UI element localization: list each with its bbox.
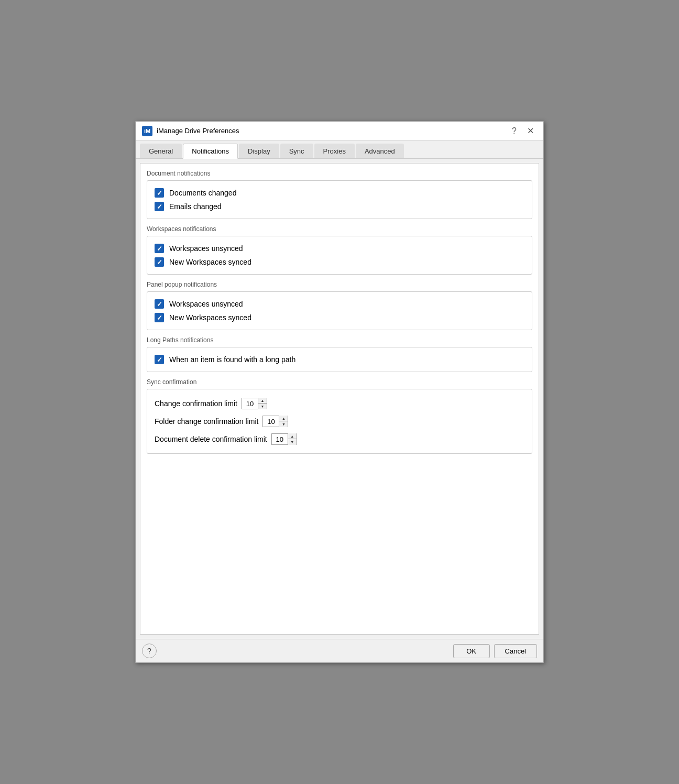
change-limit-arrows: ▲ ▼	[258, 398, 267, 409]
emails-changed-label: Emails changed	[169, 202, 222, 211]
emails-changed-checkbox[interactable]	[155, 202, 164, 211]
sync-confirmation-label: Sync confirmation	[147, 378, 532, 386]
tab-general[interactable]: General	[140, 144, 182, 158]
ws-unsynced-label: Workspaces unsynced	[169, 244, 243, 253]
delete-limit-input[interactable]	[272, 434, 288, 444]
list-item: Workspaces unsynced	[155, 242, 524, 255]
delete-limit-label: Document delete confirmation limit	[155, 435, 267, 443]
folder-limit-spinbox[interactable]: ▲ ▼	[262, 416, 288, 427]
folder-limit-input[interactable]	[263, 416, 279, 427]
sync-confirmation-box: Change confirmation limit ▲ ▼ Folder cha…	[147, 389, 532, 454]
long-paths-notifications-label: Long Paths notifications	[147, 336, 532, 344]
tab-display[interactable]: Display	[239, 144, 279, 158]
panel-ws-unsynced-checkbox[interactable]	[155, 299, 164, 309]
footer-help-button[interactable]: ?	[142, 644, 157, 658]
docs-changed-label: Documents changed	[169, 189, 236, 197]
long-path-checkbox[interactable]	[155, 355, 164, 364]
cancel-button[interactable]: Cancel	[494, 644, 537, 658]
change-limit-up[interactable]: ▲	[258, 398, 267, 404]
folder-limit-label: Folder change confirmation limit	[155, 417, 258, 426]
tab-proxies[interactable]: Proxies	[314, 144, 355, 158]
folder-limit-up[interactable]: ▲	[279, 416, 288, 421]
footer-buttons: OK Cancel	[453, 644, 537, 658]
list-item: Emails changed	[155, 200, 524, 213]
change-limit-spinbox[interactable]: ▲ ▼	[242, 398, 267, 409]
app-icon: iM	[142, 126, 152, 136]
folder-limit-arrows: ▲ ▼	[279, 416, 288, 427]
delete-limit-down[interactable]: ▼	[288, 439, 297, 445]
titlebar: iM iManage Drive Preferences ? ✕	[136, 122, 543, 140]
list-item: Folder change confirmation limit ▲ ▼	[155, 412, 524, 430]
change-limit-down[interactable]: ▼	[258, 404, 267, 409]
change-limit-input[interactable]	[242, 398, 258, 409]
tab-sync[interactable]: Sync	[280, 144, 313, 158]
titlebar-controls: ? ✕	[509, 126, 537, 136]
panel-popup-notifications-label: Panel popup notifications	[147, 281, 532, 288]
new-ws-synced-checkbox[interactable]	[155, 257, 164, 267]
docs-changed-checkbox[interactable]	[155, 188, 164, 198]
panel-ws-unsynced-label: Workspaces unsynced	[169, 300, 243, 308]
list-item: New Workspaces synced	[155, 255, 524, 269]
list-item: New Workspaces synced	[155, 311, 524, 324]
new-ws-synced-label: New Workspaces synced	[169, 258, 251, 266]
footer: ? OK Cancel	[136, 639, 543, 662]
panel-popup-notifications-box: Workspaces unsynced New Workspaces synce…	[147, 291, 532, 330]
preferences-window: iM iManage Drive Preferences ? ✕ General…	[135, 121, 544, 663]
tab-notifications[interactable]: Notifications	[183, 144, 238, 159]
list-item: Document delete confirmation limit ▲ ▼	[155, 430, 524, 448]
tab-advanced[interactable]: Advanced	[356, 144, 404, 158]
titlebar-left: iM iManage Drive Preferences	[142, 126, 239, 136]
panel-new-ws-synced-label: New Workspaces synced	[169, 313, 251, 322]
folder-limit-down[interactable]: ▼	[279, 421, 288, 427]
long-paths-notifications-box: When an item is found with a long path	[147, 347, 532, 372]
delete-limit-arrows: ▲ ▼	[288, 433, 297, 445]
delete-limit-spinbox[interactable]: ▲ ▼	[271, 433, 297, 445]
list-item: When an item is found with a long path	[155, 353, 524, 366]
workspaces-notifications-box: Workspaces unsynced New Workspaces synce…	[147, 236, 532, 275]
panel-new-ws-synced-checkbox[interactable]	[155, 313, 164, 322]
change-limit-label: Change confirmation limit	[155, 399, 237, 408]
delete-limit-up[interactable]: ▲	[288, 433, 297, 439]
ws-unsynced-checkbox[interactable]	[155, 244, 164, 253]
window-title: iManage Drive Preferences	[157, 127, 239, 135]
document-notifications-label: Document notifications	[147, 170, 532, 177]
long-path-label: When an item is found with a long path	[169, 355, 295, 364]
workspaces-notifications-label: Workspaces notifications	[147, 225, 532, 233]
document-notifications-box: Documents changed Emails changed	[147, 180, 532, 219]
tabs-bar: General Notifications Display Sync Proxi…	[136, 140, 543, 159]
help-button[interactable]: ?	[509, 126, 520, 136]
ok-button[interactable]: OK	[453, 644, 490, 658]
list-item: Workspaces unsynced	[155, 297, 524, 311]
list-item: Change confirmation limit ▲ ▼	[155, 395, 524, 412]
list-item: Documents changed	[155, 186, 524, 200]
close-button[interactable]: ✕	[524, 126, 537, 136]
tab-content: Document notifications Documents changed…	[140, 163, 539, 635]
